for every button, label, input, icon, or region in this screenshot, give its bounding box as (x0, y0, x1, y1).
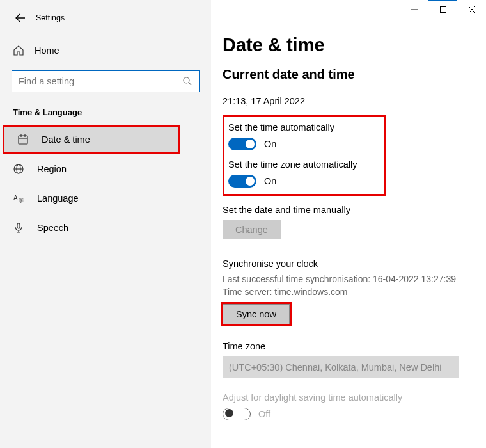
auto-tz-toggle[interactable] (228, 175, 256, 188)
auto-time-state: On (264, 139, 276, 149)
sidebar-item-label: Region (37, 164, 67, 174)
language-icon: A字 (13, 193, 24, 204)
home-icon (13, 45, 24, 56)
maximize-button[interactable] (428, 0, 457, 19)
page-title: Date & time (223, 35, 486, 56)
dst-label: Adjust for daylight saving time automati… (223, 392, 486, 403)
minimize-icon (411, 6, 418, 13)
auto-time-label: Set the time automatically (228, 122, 377, 132)
sidebar-item-label: Speech (37, 223, 68, 233)
sidebar-item-region[interactable]: Region (0, 154, 211, 184)
sidebar-item-speech[interactable]: Speech (0, 213, 211, 243)
auto-settings-block: Set the time automatically On Set the ti… (223, 115, 386, 196)
dst-state: Off (258, 409, 270, 419)
svg-rect-11 (17, 223, 20, 228)
auto-time-toggle-row: On (228, 138, 377, 150)
titlebar: Settings (0, 8, 211, 28)
globe-icon (13, 163, 24, 175)
microphone-icon (13, 222, 24, 234)
window-controls (400, 0, 486, 19)
search-container (12, 70, 200, 92)
home-label: Home (35, 45, 59, 56)
section-title: Current date and time (223, 67, 486, 82)
timezone-title: Time zone (223, 341, 486, 351)
calendar-icon (17, 134, 29, 145)
svg-text:字: 字 (19, 198, 24, 204)
sync-last: Last successful time synchronisation: 16… (223, 273, 486, 285)
minimize-button[interactable] (400, 0, 428, 19)
timezone-select[interactable]: (UTC+05:30) Chennai, Kolkata, Mumbai, Ne… (223, 356, 459, 378)
category-title: Time & Language (13, 108, 211, 117)
sidebar-item-label: Language (37, 193, 79, 204)
sidebar-item-language[interactable]: A字 Language (0, 184, 211, 213)
change-button[interactable]: Change (223, 220, 281, 239)
sidebar-item-date-time[interactable]: Date & time (3, 125, 180, 154)
sync-server: Time server: time.windows.com (223, 285, 486, 298)
sync-now-button[interactable]: Sync now (223, 304, 290, 324)
sidebar: Settings Home Time & Language Date & tim… (0, 0, 211, 448)
sync-info: Last successful time synchronisation: 16… (223, 273, 486, 299)
auto-tz-toggle-row: On (228, 175, 377, 188)
search-input[interactable] (19, 76, 182, 86)
timezone-value: (UTC+05:30) Chennai, Kolkata, Mumbai, Ne… (229, 362, 441, 372)
arrow-left-icon (15, 12, 26, 24)
home-nav[interactable]: Home (0, 38, 211, 63)
toggle-knob (246, 177, 255, 186)
sync-title: Synchronise your clock (223, 259, 486, 269)
auto-tz-state: On (264, 176, 276, 186)
toggle-knob (246, 140, 255, 148)
maximize-icon (440, 6, 446, 13)
sidebar-item-label: Date & time (42, 134, 90, 145)
dst-toggle (223, 408, 251, 420)
svg-rect-2 (19, 136, 27, 144)
search-icon (182, 76, 192, 86)
close-button[interactable] (457, 0, 486, 19)
svg-text:A: A (13, 195, 18, 202)
back-button[interactable] (12, 9, 29, 27)
auto-tz-label: Set the time zone automatically (228, 159, 377, 170)
manual-label: Set the date and time manually (223, 205, 486, 215)
svg-line-1 (189, 83, 191, 85)
svg-point-0 (184, 77, 189, 83)
search-box[interactable] (12, 70, 200, 92)
window-title: Settings (36, 13, 65, 22)
current-datetime: 21:13, 17 April 2022 (223, 96, 486, 106)
svg-rect-13 (440, 7, 446, 13)
close-icon (469, 6, 475, 13)
main-content: Date & time Current date and time 21:13,… (211, 0, 486, 448)
auto-time-toggle[interactable] (228, 138, 256, 150)
toggle-knob (225, 409, 233, 417)
dst-toggle-row: Off (223, 408, 486, 420)
